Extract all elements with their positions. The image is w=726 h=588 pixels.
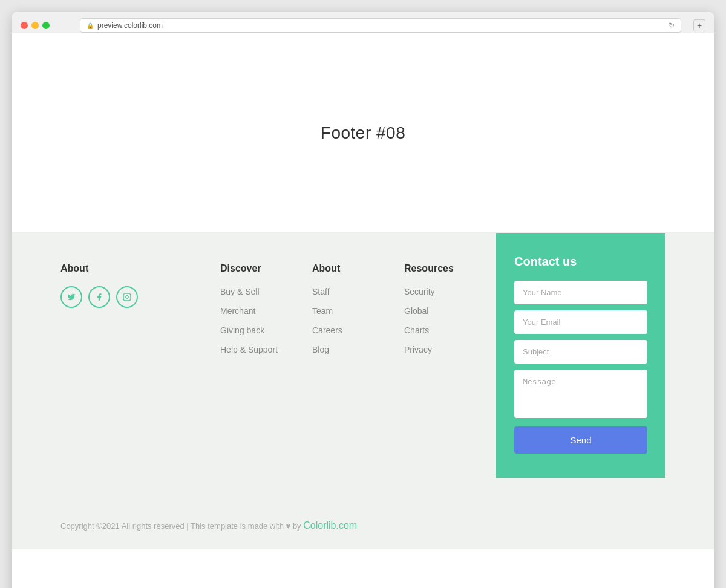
list-item: Staff (312, 286, 380, 297)
send-button[interactable]: Send (514, 426, 647, 454)
browser-dots (21, 22, 50, 29)
footer: About (12, 233, 714, 549)
security-link[interactable]: Security (404, 287, 435, 296)
privacy-link[interactable]: Privacy (404, 345, 432, 354)
message-textarea[interactable] (514, 370, 647, 418)
instagram-icon[interactable] (116, 286, 138, 308)
footer-spacer (12, 549, 714, 588)
resources-col-title: Resources (404, 263, 472, 274)
svg-rect-0 (123, 293, 131, 301)
url-text: preview.colorlib.com (97, 21, 163, 30)
close-dot[interactable] (21, 22, 28, 29)
giving-back-link[interactable]: Giving back (220, 325, 264, 335)
staff-link[interactable]: Staff (312, 287, 330, 296)
footer-discover-col: Discover Buy & Sell Merchant Giving back… (220, 263, 288, 478)
discover-col-title: Discover (220, 263, 288, 274)
main-area: Footer #08 (12, 33, 714, 233)
subject-input[interactable] (514, 340, 647, 364)
address-bar[interactable]: 🔒 preview.colorlib.com ↻ (80, 18, 681, 33)
copyright-text: Copyright ©2021 All rights reserved | Th… (60, 521, 303, 531)
blog-link[interactable]: Blog (312, 345, 329, 354)
list-item: Help & Support (220, 344, 288, 355)
contact-form: Send (514, 281, 647, 454)
page-title: Footer #08 (321, 123, 405, 143)
browser-content: Footer #08 About (12, 33, 714, 588)
list-item: Careers (312, 325, 380, 336)
list-item: Blog (312, 344, 380, 355)
resources-links: Security Global Charts Privacy (404, 286, 472, 355)
list-item: Team (312, 305, 380, 316)
footer-bottom: Copyright ©2021 All rights reserved | Th… (12, 502, 714, 549)
charts-link[interactable]: Charts (404, 325, 429, 335)
browser-chrome: 🔒 preview.colorlib.com ↻ + (12, 12, 714, 33)
social-icons (60, 286, 196, 308)
buy-sell-link[interactable]: Buy & Sell (220, 287, 260, 296)
colorlib-link[interactable]: Colorlib.com (303, 520, 357, 531)
about-col-title: About (60, 263, 196, 274)
footer-about-col: About (60, 263, 196, 478)
merchant-link[interactable]: Merchant (220, 306, 255, 316)
discover-links: Buy & Sell Merchant Giving back Help & S… (220, 286, 288, 355)
lock-icon: 🔒 (87, 22, 94, 29)
careers-link[interactable]: Careers (312, 325, 342, 335)
twitter-icon[interactable] (60, 286, 82, 308)
minimize-dot[interactable] (31, 22, 39, 29)
new-tab-button[interactable]: + (693, 19, 705, 31)
list-item: Charts (404, 325, 472, 336)
contact-panel: Contact us Send (496, 233, 666, 478)
list-item: Privacy (404, 344, 472, 355)
list-item: Global (404, 305, 472, 316)
list-item: Security (404, 286, 472, 297)
contact-title: Contact us (514, 255, 647, 269)
browser-window: 🔒 preview.colorlib.com ↻ + Footer #08 Ab… (12, 12, 714, 588)
maximize-dot[interactable] (42, 22, 50, 29)
help-support-link[interactable]: Help & Support (220, 345, 278, 354)
email-input[interactable] (514, 310, 647, 334)
name-input[interactable] (514, 281, 647, 304)
footer-inner: About (12, 263, 714, 478)
list-item: Giving back (220, 325, 288, 336)
list-item: Buy & Sell (220, 286, 288, 297)
list-item: Merchant (220, 305, 288, 316)
about-links-col-title: About (312, 263, 380, 274)
about-links: Staff Team Careers Blog (312, 286, 380, 355)
facebook-icon[interactable] (88, 286, 110, 308)
footer-resources-col: Resources Security Global Charts Privacy (404, 263, 472, 478)
reload-icon[interactable]: ↻ (669, 21, 675, 30)
footer-about-links-col: About Staff Team Careers Blog (312, 263, 380, 478)
team-link[interactable]: Team (312, 306, 333, 316)
global-link[interactable]: Global (404, 306, 428, 316)
